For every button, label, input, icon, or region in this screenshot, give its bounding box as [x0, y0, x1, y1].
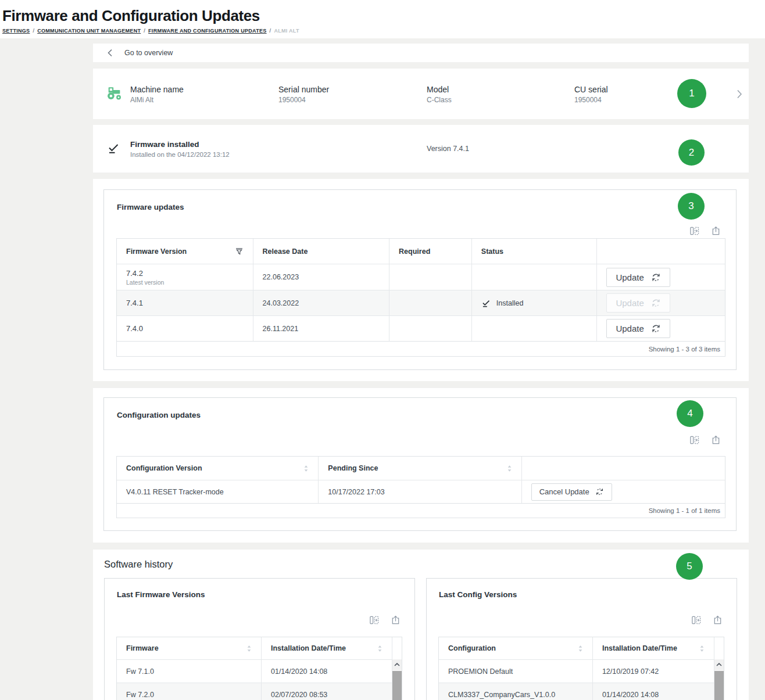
check-underline-icon: [107, 142, 120, 155]
col-actions: [522, 457, 725, 480]
breadcrumb-separator: /: [144, 28, 145, 34]
sort-arrows-icon[interactable]: [578, 645, 583, 652]
configuration-updates-title: Configuration updates: [117, 411, 201, 419]
release-date: 22.06.2023: [253, 264, 390, 290]
machine-name-label: Machine name: [130, 85, 184, 94]
scrollbar-thumb[interactable]: [714, 671, 724, 700]
last-config-toolbar: [691, 615, 723, 625]
col-firmware: Firmware: [117, 637, 262, 659]
firmware-version: 7.4.1: [126, 299, 143, 307]
scrollbar-thumb[interactable]: [392, 671, 402, 700]
step-badge-1: 1: [677, 79, 706, 108]
config-history-scrollbar[interactable]: [714, 659, 724, 700]
installed-status: Installed: [481, 299, 524, 308]
tractor-icon: [106, 85, 123, 101]
add-column-icon[interactable]: [691, 615, 701, 625]
breadcrumb-firmware-config-updates[interactable]: FIRMWARE AND CONFIGURATION UPDATES: [148, 28, 267, 34]
chevron-up-icon[interactable]: [392, 659, 402, 670]
sync-arrows-icon: [595, 487, 604, 496]
sync-arrows-icon: [651, 272, 661, 282]
sort-arrows-icon[interactable]: [303, 465, 309, 472]
firmware-history-scrollbar[interactable]: [392, 659, 402, 700]
firmware-history-row: Fw 7.2.0 02/07/2020 08:53: [117, 683, 402, 700]
add-column-icon[interactable]: [369, 615, 379, 625]
status-cell: [472, 316, 598, 341]
export-icon[interactable]: [391, 615, 401, 625]
required-cell: [389, 290, 472, 315]
firmware-version: 7.4.2: [126, 269, 164, 278]
export-icon[interactable]: [711, 435, 721, 445]
overview-bar: Go to overview: [93, 44, 749, 62]
last-firmware-toolbar: [369, 615, 401, 625]
step-badge-3: 3: [678, 193, 705, 220]
firmware-history-row: Fw 7.1.0 01/14/2020 14:08: [117, 659, 402, 683]
breadcrumb-communication-unit-management[interactable]: COMMUNICATION UNIT MANAGEMENT: [37, 28, 141, 34]
cancel-update-button[interactable]: Cancel Update: [531, 483, 612, 501]
pending-since: 10/17/2022 17:03: [319, 480, 521, 503]
add-column-icon[interactable]: [689, 226, 699, 236]
serial-number-label: Serial number: [278, 85, 329, 94]
configuration-name: PROEMION Default: [439, 660, 593, 683]
firmware-installed-card: Firmware installed Installed on the 04/1…: [93, 125, 749, 173]
col-status: Status: [472, 239, 598, 264]
firmware-config-updates-page: Firmware and Configuration Updates SETTI…: [0, 0, 765, 700]
update-button[interactable]: Update: [606, 319, 670, 338]
configuration-table-header-row: Configuration Version Pending Since: [117, 457, 725, 480]
firmware-table-toolbar: [689, 226, 721, 236]
col-release-date: Release Date: [253, 239, 390, 264]
go-to-overview-link[interactable]: Go to overview: [107, 44, 173, 62]
last-config-versions-title: Last Config Versions: [439, 590, 517, 599]
cu-serial-value: 1950004: [574, 96, 608, 104]
firmware-name: Fw 7.1.0: [117, 660, 262, 683]
firmware-table-pagination: Showing 1 - 3 of 3 items: [116, 341, 725, 357]
firmware-installed-title: Firmware installed: [130, 140, 199, 149]
machine-name-value: AlMi Alt: [130, 96, 184, 104]
required-cell: [389, 264, 472, 290]
serial-number-field: Serial number 1950004: [278, 85, 329, 104]
sort-arrows-icon[interactable]: [507, 465, 512, 472]
col-pending-since: Pending Since: [319, 457, 521, 480]
machine-detail-button[interactable]: [728, 82, 751, 106]
firmware-table-header-row: Firmware Version Release Date Required S…: [117, 239, 725, 264]
sort-arrows-icon[interactable]: [246, 645, 252, 652]
installation-datetime: 01/14/2020 14:08: [262, 660, 392, 683]
chevron-up-icon[interactable]: [714, 659, 724, 670]
model-label: Model: [427, 85, 452, 94]
sync-arrows-icon: [651, 324, 661, 333]
col-actions: [597, 239, 725, 264]
update-button[interactable]: Update: [606, 268, 670, 287]
configuration-updates-table: Configuration Version Pending Since V4.0…: [116, 456, 725, 504]
filter-funnel-icon[interactable]: [235, 247, 244, 256]
last-firmware-versions-title: Last Firmware Versions: [117, 590, 205, 599]
export-icon[interactable]: [711, 226, 721, 236]
col-firmware-version: Firmware Version: [117, 239, 253, 264]
machine-info-card: Machine name AlMi Alt Serial number 1950…: [93, 69, 749, 119]
configuration-table-pagination: Showing 1 - 1 of 1 items: [116, 503, 725, 518]
serial-number-value: 1950004: [278, 96, 329, 104]
breadcrumb-settings[interactable]: SETTINGS: [2, 28, 30, 34]
col-installation-datetime: Installation Date/Time: [593, 637, 714, 659]
configuration-version: V4.0.11 RESET Tracker-mode: [117, 480, 319, 503]
model-field: Model C-Class: [427, 85, 452, 104]
sort-arrows-icon[interactable]: [699, 645, 705, 652]
col-configuration: Configuration: [439, 637, 593, 659]
firmware-row-7-4-1: 7.4.1 24.03.2022 Installed Update: [117, 290, 725, 315]
model-value: C-Class: [427, 96, 452, 104]
sort-arrows-icon[interactable]: [377, 645, 382, 652]
export-icon[interactable]: [713, 615, 723, 625]
last-config-header-row: Configuration Installation Date/Time: [439, 637, 724, 659]
firmware-row-7-4-2: 7.4.2 Latest version 22.06.2023 Update: [117, 264, 725, 290]
add-column-icon[interactable]: [689, 435, 699, 445]
firmware-installed-date: Installed on the 04/12/2022 13:12: [130, 151, 230, 158]
col-configuration-version: Configuration Version: [117, 457, 319, 480]
firmware-row-7-4-0: 7.4.0 26.11.2021 Update: [117, 315, 725, 341]
config-history-row: CLM3337_CompanyCars_V1.0.0 01/14/2020 14…: [439, 683, 724, 700]
last-firmware-header-row: Firmware Installation Date/Time: [117, 637, 402, 659]
required-cell: [389, 316, 472, 341]
firmware-updates-title: Firmware updates: [117, 203, 184, 211]
cu-serial-label: CU serial: [574, 85, 608, 94]
go-to-overview-label: Go to overview: [124, 49, 173, 57]
installation-datetime: 01/14/2020 14:08: [593, 683, 714, 700]
machine-name-field: Machine name AlMi Alt: [130, 85, 184, 104]
page-header: Firmware and Configuration Updates SETTI…: [0, 0, 765, 38]
